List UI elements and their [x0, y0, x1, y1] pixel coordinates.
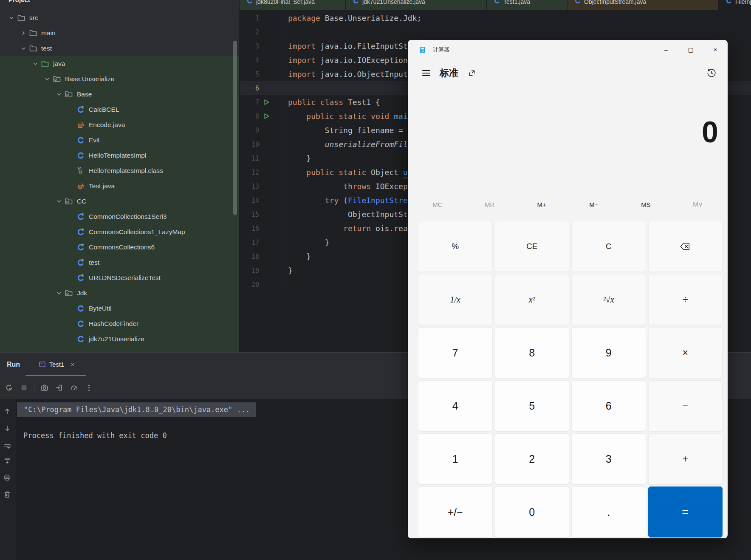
chevron-down-icon[interactable]: [6, 15, 17, 21]
calc-button-2[interactable]: 2: [495, 433, 570, 484]
run-tab-close-icon[interactable]: ×: [71, 361, 74, 368]
calc-button-4[interactable]: 4: [418, 380, 493, 431]
rerun-button[interactable]: [3, 382, 14, 393]
calc-button-9[interactable]: 9: [571, 327, 646, 378]
tree-item-test-java[interactable]: Test.java: [0, 178, 239, 194]
memory-button-mr[interactable]: MR: [473, 201, 507, 208]
class-file-icon: [726, 0, 735, 6]
calculator-titlebar[interactable]: 计算器 – ▢ ×: [408, 40, 728, 59]
calc-button-1/x[interactable]: 1/x: [418, 274, 493, 325]
tree-item-main[interactable]: main: [0, 25, 239, 41]
tree-item-test[interactable]: test: [0, 41, 239, 56]
tree-item-commoncollections1seri3[interactable]: CommonCollections1Seri3: [0, 209, 239, 224]
tree-item-jdk7u21unserialize[interactable]: jdk7u21Unserialize: [0, 331, 239, 347]
calc-button-+[interactable]: +: [648, 433, 723, 484]
tree-item-byteutil[interactable]: ByteUtil: [0, 301, 239, 316]
chevron-down-icon[interactable]: [30, 61, 41, 67]
memory-button-m−[interactable]: M−: [577, 201, 611, 208]
chevron-down-icon[interactable]: [42, 76, 53, 82]
tree-item-jdk[interactable]: Jdk: [0, 286, 239, 301]
tree-item-test[interactable]: test: [0, 255, 239, 270]
calc-button-%[interactable]: %: [418, 221, 493, 272]
profiler-gauge-icon[interactable]: [68, 382, 79, 393]
chevron-down-icon[interactable]: [54, 198, 65, 204]
keep-on-top-icon[interactable]: [468, 69, 476, 77]
code-line-1[interactable]: 1package Base.Unserialize.Jdk;: [240, 11, 751, 25]
chevron-right-icon[interactable]: [18, 30, 29, 36]
calc-button-0[interactable]: 0: [495, 486, 570, 537]
memory-button-mc[interactable]: MC: [421, 201, 455, 208]
folder-green-icon: [41, 59, 49, 68]
run-gutter-icon[interactable]: [259, 113, 283, 119]
calc-button-backspace[interactable]: [648, 221, 723, 272]
up-stacktrace-icon[interactable]: [3, 407, 12, 416]
calc-button-6[interactable]: 6: [571, 380, 646, 431]
history-icon[interactable]: [706, 68, 717, 78]
calc-button-x²[interactable]: x²: [495, 274, 570, 325]
soft-wrap-icon[interactable]: [3, 441, 12, 451]
thread-dump-camera-icon[interactable]: [39, 382, 50, 393]
tree-item-evil[interactable]: Evil: [0, 133, 239, 148]
calc-button-3[interactable]: 3: [571, 433, 646, 484]
calc-button-ce[interactable]: CE: [495, 221, 570, 272]
tree-item-hellotemplatesimpl-class[interactable]: 1001HelloTemplatesImpl.class: [0, 163, 239, 178]
down-stacktrace-icon[interactable]: [3, 424, 12, 433]
tree-item-java[interactable]: java: [0, 56, 239, 71]
calculator-window[interactable]: 计算器 – ▢ × 标准 0 MCMRM+M−MSM∨ %CEC1/xx²²√x…: [408, 40, 728, 538]
tree-item-calcbcel[interactable]: CalcBCEL: [0, 102, 239, 117]
editor-tab-test1-java[interactable]: Test1.java: [487, 0, 567, 10]
run-tab-test1[interactable]: Test1 ×: [39, 361, 74, 368]
tree-item-label: URLDNSDeserializeTest: [89, 274, 161, 282]
tree-item-base-unserialize[interactable]: Base.Unserialize: [0, 71, 239, 87]
tree-item-label: Evil: [89, 136, 99, 144]
calc-button-5[interactable]: 5: [495, 380, 570, 431]
tree-item-hashcodefinder[interactable]: HashCodeFinder: [0, 316, 239, 331]
chevron-down-icon[interactable]: [54, 290, 65, 296]
calc-button-7[interactable]: 7: [418, 327, 493, 378]
tree-item-hellotemplatesimpl[interactable]: HelloTemplatesImpl: [0, 148, 239, 163]
code-token: throws: [343, 182, 371, 191]
calc-button-equals[interactable]: =: [648, 486, 723, 537]
calc-button-.[interactable]: .: [571, 486, 646, 537]
calc-button-×[interactable]: ×: [648, 327, 723, 378]
tree-item-commonscollections1-lazymap[interactable]: CommonsCollections1_LazyMap: [0, 224, 239, 240]
calc-button-²√x[interactable]: ²√x: [571, 274, 646, 325]
editor-tab-jdk8u20final-ser-java[interactable]: jdk8u20Final_Ser.java: [240, 0, 346, 10]
minimize-button[interactable]: –: [654, 40, 678, 59]
calc-button-−[interactable]: −: [648, 380, 723, 431]
tree-item-base[interactable]: Base: [0, 87, 239, 102]
chevron-down-icon[interactable]: [18, 45, 29, 51]
stop-button[interactable]: [18, 382, 29, 393]
editor-tab-objectinputstream-java[interactable]: ObjectInputStream.java: [567, 0, 719, 10]
run-gutter-icon[interactable]: [259, 99, 283, 105]
more-options-kebab-icon[interactable]: [83, 382, 94, 393]
maximize-button[interactable]: ▢: [678, 40, 703, 59]
tree-item-commonscollections6[interactable]: CommonsCollections6: [0, 240, 239, 255]
menu-hamburger-icon[interactable]: [422, 70, 430, 76]
tree-item-label: java: [53, 60, 65, 68]
editor-tab-jdk7u21unserialize-java[interactable]: jdk7u21Unserialize.java: [346, 0, 487, 10]
attach-debugger-icon[interactable]: [54, 382, 65, 393]
memory-button-m+[interactable]: M+: [525, 201, 559, 208]
project-tree-scrollbar[interactable]: [233, 41, 237, 215]
calc-button-8[interactable]: 8: [495, 327, 570, 378]
memory-button-m[interactable]: M∨: [681, 201, 715, 208]
tree-item-src[interactable]: src: [0, 10, 239, 25]
calc-button-c[interactable]: C: [571, 221, 646, 272]
calc-button-+/−[interactable]: +/−: [418, 486, 493, 537]
close-button[interactable]: ×: [703, 40, 728, 59]
tree-item-urldnsdeserializetest[interactable]: URLDNSDeserializeTest: [0, 270, 239, 286]
editor-tab-fileinputstream-java[interactable]: FileInputStream.java: [719, 0, 751, 10]
print-icon[interactable]: [3, 473, 12, 482]
tree-item-encode-java[interactable]: Encode.java: [0, 117, 239, 133]
scroll-to-end-icon[interactable]: [3, 456, 12, 465]
project-panel-header: Project: [0, 0, 239, 10]
clear-all-trash-icon[interactable]: [3, 490, 12, 499]
line-number: 6: [240, 85, 259, 92]
memory-button-ms[interactable]: MS: [629, 201, 663, 208]
chevron-down-icon[interactable]: [54, 91, 65, 97]
calc-button-1[interactable]: 1: [418, 433, 493, 484]
tree-item-cc[interactable]: CC: [0, 194, 239, 209]
calc-button-÷[interactable]: ÷: [648, 274, 723, 325]
code-line-2[interactable]: 2: [240, 25, 751, 39]
